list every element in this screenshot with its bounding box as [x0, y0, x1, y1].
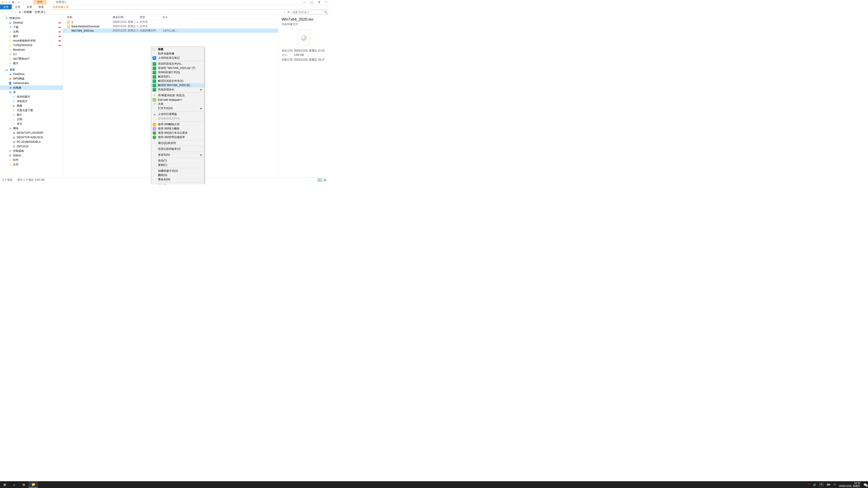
sidebar-this-pc[interactable]: 🖥此电脑: [0, 86, 63, 90]
sidebar-item[interactable]: ▮excel表格制作求和📌: [0, 38, 63, 43]
tab-view[interactable]: 查看: [35, 4, 47, 9]
sidebar-item[interactable]: ▮Bandicam: [0, 47, 63, 52]
close-button[interactable]: ✕: [318, 1, 320, 4]
menu-copy[interactable]: 复制(C): [151, 163, 204, 167]
qat-item[interactable]: ▫: [16, 1, 17, 4]
sidebar-item[interactable]: ▭本机照片: [0, 99, 63, 103]
bee-icon: ✦: [153, 94, 156, 97]
col-type[interactable]: 类型: [140, 15, 162, 19]
table-row[interactable]: 1 2020/12/15, 星期二 1... 文件夹: [63, 20, 278, 24]
menu-open-360zip[interactable]: 用360压缩打开(Q): [151, 70, 204, 74]
sidebar-item[interactable]: ⬇下载📌: [0, 25, 63, 29]
menu-cut[interactable]: 剪切(T): [151, 159, 204, 163]
drive-icon: ⊟: [8, 53, 12, 56]
sidebar-desktop[interactable]: ▬桌面: [0, 67, 63, 72]
sidebar-quick-access[interactable]: ★快速访问: [0, 16, 63, 20]
sidebar-item[interactable]: 🖥ZMT2019: [0, 144, 63, 149]
minimize-button[interactable]: —: [303, 1, 306, 4]
refresh-icon[interactable]: ⟳: [287, 11, 290, 14]
menu-qq-send[interactable]: 通过QQ发送到: [151, 141, 204, 145]
sidebar-item[interactable]: ▮文件: [0, 162, 63, 167]
sidebar-item[interactable]: ▮文档📌: [0, 29, 63, 34]
table-row[interactable]: BaiduNetdiskDownload 2020/12/25, 星期五 1..…: [63, 24, 278, 29]
sidebar-item[interactable]: ▮win7重装win7: [0, 57, 63, 61]
pc-icon: 🖥: [12, 140, 16, 143]
sidebar-item[interactable]: 👤Administrator: [0, 81, 63, 86]
breadcrumb[interactable]: 🖥 › 此电脑 › 文档 (E:) ›: [18, 10, 282, 14]
sidebar-item[interactable]: 🖥DESKTOP-LSSOEDP: [0, 131, 63, 135]
maximize-button[interactable]: ▢: [311, 1, 313, 4]
sidebar-network[interactable]: 🖧网络: [0, 126, 63, 131]
menu-open-with[interactable]: 打开方式(H)▶: [151, 106, 204, 110]
menu-360-trojan[interactable]: 使用 360进行木马云查杀: [151, 131, 204, 135]
menu-share[interactable]: ↗共享: [151, 102, 204, 106]
menu-youdao[interactable]: ✎上传到有道云笔记: [151, 56, 204, 60]
menu-extract-here[interactable]: 解压到当前文件夹(X): [151, 79, 204, 83]
sidebar-item[interactable]: ⊟G:\: [0, 52, 63, 57]
menu-burn[interactable]: 刻录光盘映像: [151, 52, 204, 56]
pictures-icon: ▭: [12, 113, 16, 116]
sidebar-item[interactable]: ▮软件: [0, 158, 63, 162]
menu-360-unlock[interactable]: 使用 360解除占用: [151, 122, 204, 127]
nav-recent-icon[interactable]: ▾: [11, 11, 12, 14]
menu-360-force-del[interactable]: 使用 360强力删除: [151, 127, 204, 131]
menu-360-manage[interactable]: 使用 360管理右键菜单: [151, 135, 204, 139]
context-menu: 装载 刻录光盘映像 ✎上传到有道云笔记 添加到压缩文件(A)... 添加到 "W…: [151, 46, 204, 184]
menu-mount[interactable]: 装载: [151, 47, 204, 52]
col-size[interactable]: 大小: [162, 15, 178, 19]
qat-close-icon[interactable]: ✖: [12, 1, 14, 4]
tab-home[interactable]: 主页: [12, 4, 24, 9]
menu-notepadpp[interactable]: Edit with Notepad++: [151, 98, 204, 102]
tab-disc-tools[interactable]: 光盘映像工具: [49, 4, 72, 9]
submenu-arrow-icon: ▶: [200, 154, 202, 156]
menu-baidu-upload[interactable]: ☁上传到百度网盘: [151, 112, 204, 116]
sidebar-item[interactable]: ◆WPS网盘: [0, 76, 63, 81]
sidebar-item[interactable]: ▭保存的图片: [0, 94, 63, 99]
table-row-selected[interactable]: Win7x64_2020.iso 2020/12/25, 星期五 1... 光盘…: [63, 29, 278, 33]
menu-extract-named[interactable]: 解压到 Win7x64_2020\ (E): [151, 83, 204, 88]
menu-shortcut[interactable]: 创建快捷方式(S): [151, 169, 204, 173]
qat-item[interactable]: ▪: [6, 1, 7, 4]
menu-properties[interactable]: 属性(R): [151, 183, 204, 184]
nav-forward-icon[interactable]: →: [6, 11, 9, 14]
tab-file[interactable]: 文件: [0, 4, 12, 9]
sidebar-item[interactable]: ▬Desktop📌: [0, 20, 63, 25]
nav-back-icon[interactable]: ←: [1, 11, 4, 14]
menu-send-to[interactable]: 发送到(N)▶: [151, 153, 204, 157]
menu-delete[interactable]: 删除(D): [151, 173, 204, 177]
view-details-button[interactable]: ☰: [317, 178, 322, 182]
sidebar-item[interactable]: ▶视频: [0, 103, 63, 108]
menu-restore-prev[interactable]: 还原以前的版本(V): [151, 147, 204, 151]
qat-checkmark-icon[interactable]: ✔: [8, 1, 11, 4]
nav-up-icon[interactable]: ↑: [15, 11, 16, 14]
help-icon[interactable]: ?: [325, 1, 327, 4]
search-icon[interactable]: 🔍: [324, 11, 328, 14]
addr-dropdown-icon[interactable]: ⌄: [283, 11, 286, 14]
sidebar-item[interactable]: 🗑回收站: [0, 153, 63, 158]
sidebar-item[interactable]: ▮天翼云盘下载: [0, 108, 63, 112]
sidebar-item[interactable]: ▭图片: [0, 61, 63, 66]
menu-other-zip[interactable]: 其他压缩命令▶: [151, 88, 204, 92]
sidebar-item[interactable]: ▮文档: [0, 117, 63, 122]
menu-extract-to[interactable]: 解压到(F)...: [151, 74, 204, 79]
col-date[interactable]: 修改日期: [113, 15, 140, 19]
sidebar-item[interactable]: 🖥PC-20190530OBLA: [0, 140, 63, 144]
sidebar-item[interactable]: ▭图片📌: [0, 34, 63, 38]
sidebar-item[interactable]: ⚙控制面板: [0, 149, 63, 153]
tab-share[interactable]: 共享: [24, 4, 35, 9]
menu-rename[interactable]: 重命名(M): [151, 177, 204, 182]
menu-add-archive[interactable]: 添加到压缩文件(A)...: [151, 62, 204, 66]
share-icon: ↗: [153, 102, 156, 106]
360-icon: [153, 131, 156, 135]
sidebar-item[interactable]: ♪音乐: [0, 122, 63, 126]
search-input[interactable]: 🔍: [291, 10, 328, 14]
sidebar-item[interactable]: 🖥DESKTOP-NJEU3CG: [0, 135, 63, 140]
sidebar-item[interactable]: ☁OneDrive: [0, 72, 63, 76]
view-thumbnails-button[interactable]: ▦: [322, 178, 327, 182]
sidebar-item[interactable]: ▮YUNQISHI2019📌: [0, 43, 63, 47]
menu-add-zip[interactable]: 添加到 "Win7x64_2020.zip" (T): [151, 66, 204, 70]
sidebar-item[interactable]: ▭图片: [0, 112, 63, 117]
menu-bee-browse[interactable]: ✦用 蜂蜜浏览器 浏览(3): [151, 93, 204, 98]
sidebar-libraries[interactable]: ▦库: [0, 90, 63, 94]
col-name[interactable]: 名称: [63, 15, 113, 19]
